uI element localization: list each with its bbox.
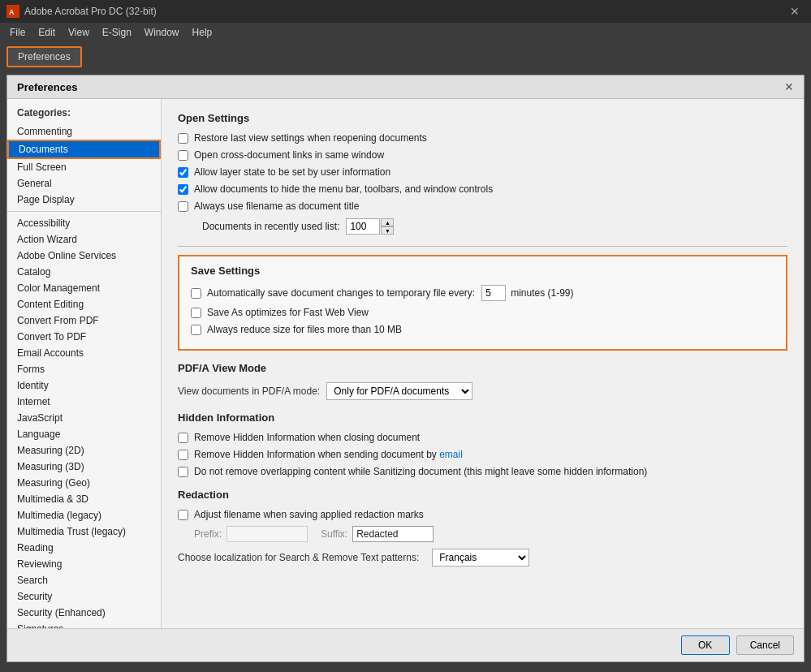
pdfa-dropdown-row: View documents in PDF/A mode: Only for P… <box>178 382 787 400</box>
sidebar-item-pagedisplay[interactable]: Page Display <box>7 192 161 208</box>
reduce-size-checkbox[interactable] <box>191 325 201 335</box>
sidebar-item-measuring2d[interactable]: Measuring (2D) <box>7 442 161 459</box>
dialog-title-row: Preferences ✕ <box>7 75 804 99</box>
localization-select[interactable]: Français English Deutsch Español Italian… <box>432 549 529 566</box>
recently-used-label: Documents in recently used list: <box>202 221 339 232</box>
checkbox-cross-document-input[interactable] <box>178 150 188 161</box>
sidebar-item-measuring3d[interactable]: Measuring (3D) <box>7 459 161 475</box>
sidebar-item-actionwizard[interactable]: Action Wizard <box>7 231 161 248</box>
checkbox-layer-state: Allow layer state to be set by user info… <box>178 166 787 178</box>
sidebar-item-documents[interactable]: Documents <box>7 140 161 159</box>
sidebar-item-general[interactable]: General <box>7 175 161 192</box>
sidebar-item-emailaccounts[interactable]: Email Accounts <box>7 345 161 361</box>
content-panel: Open Settings Restore last view settings… <box>162 99 804 628</box>
auto-save-checkbox[interactable] <box>191 288 201 299</box>
no-remove-overlapping-label: Do not remove overlapping content while … <box>194 466 647 477</box>
sidebar-item-signatures[interactable]: Signatures <box>7 621 161 628</box>
no-remove-overlapping-checkbox[interactable] <box>178 467 188 477</box>
auto-save-input-group <box>481 285 506 301</box>
menu-esign[interactable]: E-Sign <box>96 25 138 40</box>
divider-1 <box>178 246 787 247</box>
pdfa-label: View documents in PDF/A mode: <box>178 386 320 397</box>
remove-hidden-closing-checkbox[interactable] <box>178 433 188 443</box>
checkbox-restore-view: Restore last view settings when reopenin… <box>178 132 787 144</box>
sidebar-item-internet[interactable]: Internet <box>7 394 161 410</box>
checkbox-filename-title-input[interactable] <box>178 201 188 212</box>
menu-help[interactable]: Help <box>186 25 219 40</box>
sidebar-item-fullscreen[interactable]: Full Screen <box>7 159 161 175</box>
sidebar-item-language[interactable]: Language <box>7 426 161 442</box>
sidebar-item-commenting[interactable]: Commenting <box>7 123 161 140</box>
remove-hidden-closing-row: Remove Hidden Information when closing d… <box>178 432 787 443</box>
sidebar-item-forms[interactable]: Forms <box>7 361 161 377</box>
pdfa-select[interactable]: Only for PDF/A documents Never Always <box>326 382 472 400</box>
save-settings-section: Save Settings Automatically save documen… <box>178 255 787 351</box>
auto-save-input[interactable] <box>481 285 506 301</box>
preferences-button[interactable]: Preferences <box>6 46 82 67</box>
recently-used-decrement[interactable]: ▼ <box>381 226 394 235</box>
prefix-label: Prefix: <box>194 528 222 540</box>
app-icon: A <box>6 5 19 18</box>
dialog-body: Categories: Commenting Documents Full Sc… <box>7 99 804 628</box>
menu-view[interactable]: View <box>62 25 96 40</box>
checkbox-cross-document-label: Open cross-document links in same window <box>194 149 384 161</box>
sidebar-item-search[interactable]: Search <box>7 572 161 588</box>
checkbox-hide-menu-label: Allow documents to hide the menu bar, to… <box>194 183 493 195</box>
sidebar-item-accessibility[interactable]: Accessibility <box>7 215 161 231</box>
cancel-button[interactable]: Cancel <box>736 635 794 655</box>
ok-button[interactable]: OK <box>681 635 730 655</box>
sidebar-item-converttopdf[interactable]: Convert To PDF <box>7 329 161 345</box>
sidebar-item-javascript[interactable]: JavaScript <box>7 410 161 426</box>
sidebar-item-contentediting[interactable]: Content Editing <box>7 296 161 312</box>
menu-window[interactable]: Window <box>138 25 186 40</box>
adjust-filename-checkbox[interactable] <box>178 510 188 520</box>
localization-label: Choose localization for Search & Remove … <box>178 552 419 563</box>
sidebar-item-securityenhanced[interactable]: Security (Enhanced) <box>7 605 161 621</box>
sidebar-item-multimedialegacy[interactable]: Multimedia (legacy) <box>7 507 161 523</box>
recently-used-input[interactable] <box>346 218 380 235</box>
sidebar-item-convertfrompdf[interactable]: Convert From PDF <box>7 312 161 329</box>
sidebar-item-identity[interactable]: Identity <box>7 377 161 394</box>
email-link[interactable]: email <box>439 449 463 460</box>
sidebar-item-multimediatrustlegacy[interactable]: Multimedia Trust (legacy) <box>7 523 161 540</box>
fast-web-row: Save As optimizes for Fast Web View <box>191 307 774 318</box>
adjust-filename-label: Adjust filename when saving applied reda… <box>194 509 424 520</box>
fast-web-checkbox[interactable] <box>191 308 201 318</box>
auto-save-label: Automatically save document changes to t… <box>207 287 475 299</box>
menu-edit[interactable]: Edit <box>32 25 62 40</box>
menu-file[interactable]: File <box>3 25 32 40</box>
checkbox-hide-menu-input[interactable] <box>178 184 188 195</box>
sidebar-item-adobeonlineservices[interactable]: Adobe Online Services <box>7 248 161 264</box>
recently-used-increment[interactable]: ▲ <box>381 218 394 226</box>
hidden-info-title: Hidden Information <box>178 411 787 424</box>
recently-used-row: Documents in recently used list: ▲ ▼ <box>202 218 787 235</box>
svg-text:A: A <box>9 8 15 16</box>
dialog-close-button[interactable]: ✕ <box>784 80 794 93</box>
remove-hidden-email-label: Remove Hidden Information when sending d… <box>194 449 463 460</box>
sidebar-item-measuringgeo[interactable]: Measuring (Geo) <box>7 475 161 491</box>
checkbox-restore-view-input[interactable] <box>178 133 188 144</box>
reduce-size-label: Always reduce size for files more than 1… <box>207 324 402 335</box>
suffix-input[interactable] <box>352 526 434 542</box>
sidebar-item-colormanagement[interactable]: Color Management <box>7 280 161 296</box>
prefix-input[interactable] <box>226 526 308 542</box>
checkbox-filename-title-label: Always use filename as document title <box>194 200 359 212</box>
title-close-button[interactable]: ✕ <box>785 5 805 18</box>
hidden-info-section: Hidden Information Remove Hidden Informa… <box>178 411 787 477</box>
checkbox-cross-document: Open cross-document links in same window <box>178 149 787 161</box>
sidebar-item-catalog[interactable]: Catalog <box>7 264 161 280</box>
pref-bar: Preferences <box>0 42 811 71</box>
sidebar-item-security[interactable]: Security <box>7 588 161 605</box>
app-title: Adobe Acrobat Pro DC (32-bit) <box>24 6 157 17</box>
no-remove-overlapping-row: Do not remove overlapping content while … <box>178 466 787 477</box>
open-settings-section: Open Settings Restore last view settings… <box>178 112 787 235</box>
checkbox-hide-menu: Allow documents to hide the menu bar, to… <box>178 183 787 195</box>
fast-web-label: Save As optimizes for Fast Web View <box>207 307 369 318</box>
sidebar-item-reading[interactable]: Reading <box>7 540 161 556</box>
sidebar-item-multimedia3d[interactable]: Multimedia & 3D <box>7 491 161 507</box>
save-settings-title: Save Settings <box>191 265 774 277</box>
pdfa-section: PDF/A View Mode View documents in PDF/A … <box>178 362 787 400</box>
sidebar-item-reviewing[interactable]: Reviewing <box>7 556 161 572</box>
checkbox-layer-state-input[interactable] <box>178 167 188 178</box>
remove-hidden-email-checkbox[interactable] <box>178 450 188 460</box>
